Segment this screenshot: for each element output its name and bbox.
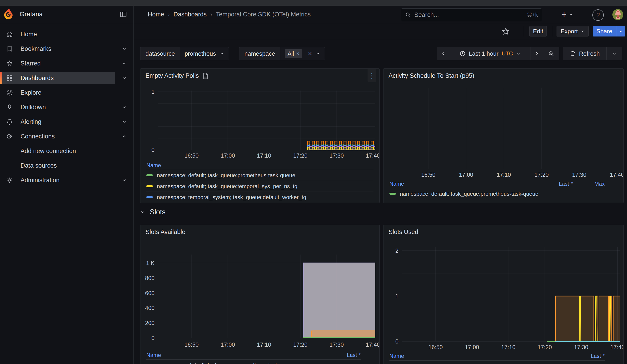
panel-title[interactable]: Slots Available — [146, 228, 185, 236]
variable-namespace-select[interactable]: All × × — [280, 47, 324, 60]
legend-header-max[interactable]: Max — [573, 181, 605, 187]
new-button[interactable]: + — [561, 10, 574, 19]
svg-text:17:00: 17:00 — [465, 344, 479, 350]
brand-name: Grafana — [20, 10, 43, 18]
panel-title[interactable]: Slots Used — [388, 228, 418, 236]
zoom-out-icon — [548, 51, 554, 56]
sidebar-item-label: Data sources — [20, 162, 57, 169]
sidebar-item-add-new-connection[interactable]: Add new connection — [0, 144, 133, 158]
panel-menu-button[interactable]: ⋮ — [367, 69, 376, 82]
sidebar-item-home[interactable]: Home — [0, 27, 133, 42]
legend-row[interactable]: namespace: default; task_queue:temporal_… — [146, 181, 373, 192]
svg-text:17:10: 17:10 — [257, 341, 271, 348]
legend-row[interactable]: namespace: default; task_queue:prometheu… — [146, 360, 361, 364]
kebab-icon: ⋮ — [369, 72, 375, 80]
sidebar-item-alerting[interactable]: Alerting — [0, 114, 133, 129]
timeseries-chart[interactable]: 1016:5017:0017:1017:2017:3017:40 — [140, 69, 379, 160]
legend-row[interactable]: namespace: default; task_queue:prometheu… — [389, 360, 605, 364]
header-separator — [586, 10, 586, 20]
breadcrumb-item[interactable]: Home — [148, 11, 164, 18]
variable-datasource-select[interactable]: prometheus — [180, 47, 229, 60]
timeseries-chart[interactable]: 21016:5017:0017:1017:2017:3017:40 — [383, 225, 623, 350]
refresh-label: Refresh — [579, 50, 600, 57]
chevron-up-icon[interactable] — [122, 134, 127, 139]
sidebar-item-data-sources[interactable]: Data sources — [0, 158, 133, 173]
series-color-swatch[interactable] — [146, 174, 153, 176]
dashboards-icon — [6, 74, 13, 82]
legend-row[interactable]: namespace: temporal_system; task_queue:d… — [146, 192, 373, 203]
panel-title[interactable]: Activity Schedule To Start (p95) — [388, 72, 474, 79]
help-button[interactable]: ? — [592, 9, 604, 21]
chart-legend: NameLast *namespace: default; task_queue… — [389, 352, 618, 364]
user-avatar[interactable] — [612, 9, 623, 20]
edit-button[interactable]: Edit — [529, 26, 547, 37]
section-row-slots[interactable]: Slots — [140, 208, 165, 216]
legend-row[interactable]: namespace: default; task_queue:prometheu… — [146, 170, 373, 181]
chart-legend: NameLast *Maxnamespace: default; task_qu… — [389, 179, 618, 199]
grafana-logo-icon[interactable] — [3, 9, 14, 20]
star-dashboard-icon[interactable] — [502, 27, 510, 36]
chevron-down-icon[interactable] — [122, 61, 127, 66]
chip-close-icon[interactable]: × — [296, 51, 299, 57]
sidebar-item-drilldown[interactable]: Drilldown — [0, 100, 133, 114]
legend-header-name[interactable]: Name — [146, 352, 326, 358]
time-range-picker[interactable]: Last 1 hour UTC — [450, 47, 531, 60]
sidebar-item-starred[interactable]: Starred — [0, 56, 133, 71]
breadcrumb-separator: › — [168, 11, 170, 18]
chevron-down-icon[interactable] — [122, 119, 127, 124]
series-name: namespace: default; task_queue:prometheu… — [157, 172, 295, 179]
legend-header-name[interactable]: Name — [146, 162, 373, 168]
search-input[interactable]: Search... ⌘+k — [401, 8, 542, 21]
chevron-down-icon[interactable] — [122, 178, 127, 183]
share-menu-button[interactable] — [616, 26, 625, 37]
series-color-swatch[interactable] — [389, 193, 396, 195]
chevron-down-icon — [516, 51, 521, 56]
sidebar-item-bookmarks[interactable]: Bookmarks — [0, 42, 133, 56]
timeseries-chart[interactable]: 1 K800600400200016:5017:0017:1017:2017:3… — [140, 225, 379, 350]
sidebar-item-label: Connections — [20, 133, 55, 140]
svg-text:1: 1 — [395, 293, 399, 299]
time-forward-button[interactable] — [531, 47, 543, 60]
time-range-label: Last 1 hour — [469, 50, 498, 57]
series-color-swatch[interactable] — [146, 196, 153, 198]
chevron-down-icon[interactable] — [122, 75, 127, 81]
legend-header-name[interactable]: Name — [389, 181, 538, 187]
sidebar-toggle-icon[interactable] — [119, 10, 127, 18]
series-color-swatch[interactable] — [146, 185, 153, 187]
namespace-chip-all[interactable]: All × — [285, 49, 302, 58]
legend-header-last[interactable]: Last * — [538, 181, 573, 187]
refresh-interval-button[interactable] — [607, 47, 622, 60]
time-back-button[interactable] — [437, 47, 450, 60]
section-title: Slots — [150, 208, 165, 216]
plus-icon: + — [561, 10, 567, 19]
sidebar-item-connections[interactable]: Connections — [0, 129, 133, 144]
refresh-button[interactable]: Refresh — [563, 47, 607, 60]
legend-header-name[interactable]: Name — [389, 353, 571, 359]
share-button[interactable]: Share — [593, 26, 616, 37]
chevron-down-icon[interactable] — [122, 46, 127, 51]
sidebar-item-administration[interactable]: Administration — [0, 173, 133, 188]
svg-text:0: 0 — [151, 335, 155, 341]
zoom-out-button[interactable] — [543, 47, 559, 60]
legend-header-last[interactable]: Last * — [326, 352, 361, 358]
svg-text:17:20: 17:20 — [293, 341, 308, 348]
sidebar-item-label: Starred — [20, 60, 41, 67]
legend-row[interactable]: namespace: default; task_queue:prometheu… — [389, 188, 605, 199]
export-button[interactable]: Export — [557, 26, 589, 37]
clear-selection-icon[interactable]: × — [306, 50, 312, 57]
panel-description-icon[interactable] — [203, 73, 209, 79]
gear-icon — [6, 177, 13, 184]
timeseries-chart[interactable]: 16:5017:0017:1017:2017:3017:40 — [383, 69, 623, 178]
chevron-down-icon — [619, 29, 623, 33]
breadcrumb-item: Temporal Core SDK (OTel) Metrics — [216, 11, 311, 18]
svg-text:17:30: 17:30 — [329, 152, 344, 159]
breadcrumb-item[interactable]: Dashboards — [173, 11, 207, 18]
sidebar-item-label: Administration — [20, 177, 59, 184]
panel-title[interactable]: Empty Activity Polls — [146, 72, 209, 79]
sidebar-item-explore[interactable]: Explore — [0, 85, 133, 100]
clock-icon — [460, 51, 466, 56]
sidebar-item-dashboards[interactable]: Dashboards — [0, 71, 133, 85]
legend-header-last[interactable]: Last * — [571, 353, 605, 359]
chevron-down-icon[interactable] — [122, 105, 127, 110]
svg-text:16:50: 16:50 — [184, 152, 199, 159]
